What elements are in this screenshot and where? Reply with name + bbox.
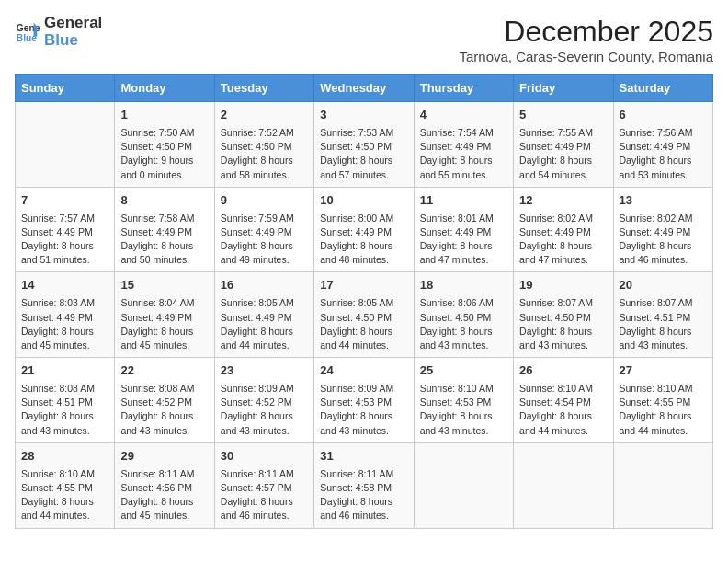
cell-content: Sunrise: 8:04 AMSunset: 4:49 PMDaylight:… (120, 296, 208, 352)
day-number: 28 (21, 448, 108, 465)
calendar-body: 1Sunrise: 7:50 AMSunset: 4:50 PMDaylight… (16, 102, 713, 529)
calendar-cell: 3Sunrise: 7:53 AMSunset: 4:50 PMDaylight… (314, 102, 414, 188)
header-saturday: Saturday (613, 75, 712, 102)
calendar-cell: 5Sunrise: 7:55 AMSunset: 4:49 PMDaylight… (514, 102, 613, 188)
day-number: 24 (320, 362, 407, 380)
header-monday: Monday (115, 75, 214, 102)
cell-content: Sunrise: 8:00 AMSunset: 4:49 PMDaylight:… (320, 212, 407, 268)
calendar-cell: 7Sunrise: 7:57 AMSunset: 4:49 PMDaylight… (16, 187, 115, 272)
day-number: 2 (221, 107, 308, 124)
calendar-week-5: 28Sunrise: 8:10 AMSunset: 4:55 PMDayligh… (16, 442, 713, 528)
day-number: 22 (120, 362, 208, 380)
day-number: 16 (221, 277, 308, 294)
calendar-cell (514, 442, 613, 528)
day-number: 3 (320, 107, 407, 124)
day-number: 26 (519, 362, 607, 380)
cell-content: Sunrise: 8:09 AMSunset: 4:53 PMDaylight:… (320, 382, 407, 438)
day-number: 21 (21, 362, 108, 380)
day-number: 31 (320, 448, 407, 465)
day-number: 6 (620, 107, 707, 124)
logo: General Blue General Blue (15, 15, 102, 49)
calendar-cell: 16Sunrise: 8:05 AMSunset: 4:49 PMDayligh… (214, 272, 313, 358)
calendar-cell: 31Sunrise: 8:11 AMSunset: 4:58 PMDayligh… (314, 442, 414, 528)
calendar-cell: 14Sunrise: 8:03 AMSunset: 4:49 PMDayligh… (16, 272, 115, 358)
calendar-cell: 22Sunrise: 8:08 AMSunset: 4:52 PMDayligh… (115, 358, 214, 443)
cell-content: Sunrise: 8:11 AMSunset: 4:58 PMDaylight:… (320, 467, 407, 523)
header-sunday: Sunday (16, 75, 115, 102)
cell-content: Sunrise: 8:07 AMSunset: 4:51 PMDaylight:… (620, 296, 707, 352)
subtitle: Tarnova, Caras-Severin County, Romania (459, 49, 713, 64)
cell-content: Sunrise: 8:09 AMSunset: 4:52 PMDaylight:… (221, 382, 308, 438)
cell-content: Sunrise: 8:02 AMSunset: 4:49 PMDaylight:… (519, 212, 607, 268)
cell-content: Sunrise: 8:05 AMSunset: 4:49 PMDaylight:… (221, 296, 308, 352)
calendar-cell: 13Sunrise: 8:02 AMSunset: 4:49 PMDayligh… (613, 187, 712, 272)
calendar-cell: 9Sunrise: 7:59 AMSunset: 4:49 PMDaylight… (214, 187, 313, 272)
day-number: 27 (620, 362, 707, 380)
calendar-cell: 27Sunrise: 8:10 AMSunset: 4:55 PMDayligh… (613, 358, 712, 443)
header-thursday: Thursday (414, 75, 513, 102)
day-number: 30 (221, 448, 308, 465)
day-number: 8 (120, 192, 208, 210)
cell-content: Sunrise: 7:53 AMSunset: 4:50 PMDaylight:… (320, 126, 407, 182)
calendar-cell: 26Sunrise: 8:10 AMSunset: 4:54 PMDayligh… (514, 358, 613, 443)
calendar-cell: 25Sunrise: 8:10 AMSunset: 4:53 PMDayligh… (414, 358, 513, 443)
day-number: 18 (420, 277, 507, 294)
day-number: 29 (120, 448, 208, 465)
calendar-cell: 23Sunrise: 8:09 AMSunset: 4:52 PMDayligh… (214, 358, 313, 443)
cell-content: Sunrise: 8:06 AMSunset: 4:50 PMDaylight:… (420, 296, 507, 352)
logo-blue-text: Blue (44, 32, 102, 50)
day-number: 23 (221, 362, 308, 380)
calendar-cell (613, 442, 712, 528)
cell-content: Sunrise: 7:59 AMSunset: 4:49 PMDaylight:… (221, 212, 308, 268)
calendar-cell: 6Sunrise: 7:56 AMSunset: 4:49 PMDaylight… (613, 102, 712, 188)
calendar-cell (414, 442, 513, 528)
cell-content: Sunrise: 7:50 AMSunset: 4:50 PMDaylight:… (120, 126, 208, 182)
calendar-header: SundayMondayTuesdayWednesdayThursdayFrid… (16, 75, 713, 102)
day-number: 11 (420, 192, 507, 210)
calendar-cell (16, 102, 115, 188)
day-number: 14 (21, 277, 108, 294)
calendar-cell: 18Sunrise: 8:06 AMSunset: 4:50 PMDayligh… (414, 272, 513, 358)
calendar-cell: 4Sunrise: 7:54 AMSunset: 4:49 PMDaylight… (414, 102, 513, 188)
day-number: 7 (21, 192, 108, 210)
day-number: 13 (620, 192, 707, 210)
calendar-cell: 1Sunrise: 7:50 AMSunset: 4:50 PMDaylight… (115, 102, 214, 188)
cell-content: Sunrise: 8:03 AMSunset: 4:49 PMDaylight:… (21, 296, 108, 352)
cell-content: Sunrise: 8:08 AMSunset: 4:51 PMDaylight:… (21, 382, 108, 438)
cell-content: Sunrise: 8:10 AMSunset: 4:55 PMDaylight:… (620, 382, 707, 438)
calendar-cell: 30Sunrise: 8:11 AMSunset: 4:57 PMDayligh… (214, 442, 313, 528)
cell-content: Sunrise: 7:54 AMSunset: 4:49 PMDaylight:… (420, 126, 507, 182)
page-header: General Blue General Blue December 2025 … (15, 15, 713, 64)
header-friday: Friday (514, 75, 613, 102)
calendar-cell: 15Sunrise: 8:04 AMSunset: 4:49 PMDayligh… (115, 272, 214, 358)
header-row: SundayMondayTuesdayWednesdayThursdayFrid… (16, 75, 713, 102)
cell-content: Sunrise: 8:07 AMSunset: 4:50 PMDaylight:… (519, 296, 607, 352)
cell-content: Sunrise: 8:10 AMSunset: 4:54 PMDaylight:… (519, 382, 607, 438)
day-number: 4 (420, 107, 507, 124)
calendar-cell: 17Sunrise: 8:05 AMSunset: 4:50 PMDayligh… (314, 272, 414, 358)
calendar-cell: 28Sunrise: 8:10 AMSunset: 4:55 PMDayligh… (16, 442, 115, 528)
cell-content: Sunrise: 8:10 AMSunset: 4:53 PMDaylight:… (420, 382, 507, 438)
cell-content: Sunrise: 7:57 AMSunset: 4:49 PMDaylight:… (21, 212, 108, 268)
logo-icon: General Blue (15, 19, 40, 45)
calendar-cell: 20Sunrise: 8:07 AMSunset: 4:51 PMDayligh… (613, 272, 712, 358)
calendar-cell: 29Sunrise: 8:11 AMSunset: 4:56 PMDayligh… (115, 442, 214, 528)
calendar-cell: 21Sunrise: 8:08 AMSunset: 4:51 PMDayligh… (16, 358, 115, 443)
main-title: December 2025 (459, 15, 713, 49)
day-number: 1 (120, 107, 208, 124)
day-number: 20 (620, 277, 707, 294)
day-number: 9 (221, 192, 308, 210)
calendar-cell: 24Sunrise: 8:09 AMSunset: 4:53 PMDayligh… (314, 358, 414, 443)
calendar-week-3: 14Sunrise: 8:03 AMSunset: 4:49 PMDayligh… (16, 272, 713, 358)
calendar-week-4: 21Sunrise: 8:08 AMSunset: 4:51 PMDayligh… (16, 358, 713, 443)
cell-content: Sunrise: 7:52 AMSunset: 4:50 PMDaylight:… (221, 126, 308, 182)
calendar-week-1: 1Sunrise: 7:50 AMSunset: 4:50 PMDaylight… (16, 102, 713, 188)
cell-content: Sunrise: 8:11 AMSunset: 4:56 PMDaylight:… (120, 467, 208, 523)
cell-content: Sunrise: 8:08 AMSunset: 4:52 PMDaylight:… (120, 382, 208, 438)
day-number: 12 (519, 192, 607, 210)
cell-content: Sunrise: 7:58 AMSunset: 4:49 PMDaylight:… (120, 212, 208, 268)
cell-content: Sunrise: 8:10 AMSunset: 4:55 PMDaylight:… (21, 467, 108, 523)
calendar-cell: 11Sunrise: 8:01 AMSunset: 4:49 PMDayligh… (414, 187, 513, 272)
calendar-cell: 10Sunrise: 8:00 AMSunset: 4:49 PMDayligh… (314, 187, 414, 272)
calendar-cell: 8Sunrise: 7:58 AMSunset: 4:49 PMDaylight… (115, 187, 214, 272)
